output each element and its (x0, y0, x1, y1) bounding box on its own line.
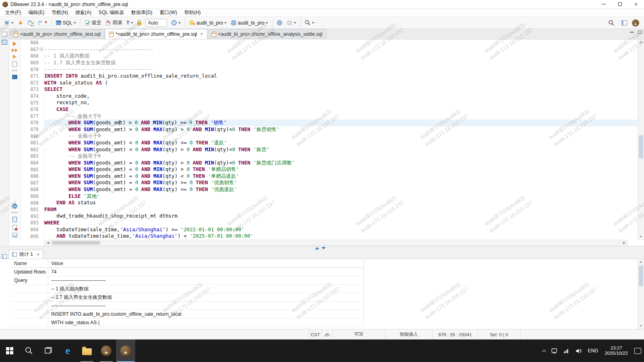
status-segment[interactable]: Sel: 0 | 0 (477, 329, 520, 339)
taskbar-clock[interactable]: 23:27 2025/10/22 (601, 339, 632, 362)
code-line[interactable]: store_code, (44, 93, 638, 100)
status-segment[interactable]: zh (321, 329, 332, 339)
code-line[interactable]: ------------------------------------ (44, 46, 638, 53)
close-button[interactable]: × (628, 0, 644, 8)
connection-selector[interactable]: audit_bi_pro (188, 18, 228, 28)
action-center-button[interactable] (632, 339, 644, 362)
code-line[interactable]: -- 金额小于0 (44, 133, 638, 140)
code-line[interactable]: CASE (44, 106, 638, 113)
minimize-panel-icon[interactable] (322, 247, 326, 249)
more-actions-icon[interactable]: ••• (12, 70, 18, 72)
code-line[interactable]: toDateTime(sale_time,'Asia/Shanghai') >=… (44, 226, 638, 233)
scroll-up-icon[interactable]: ▲ (638, 259, 644, 265)
code-line[interactable]: FROM (44, 206, 638, 213)
rollback-button[interactable]: 回滚 (104, 18, 124, 28)
tray-device-icon[interactable] (548, 339, 560, 362)
database-selector[interactable]: audit_bi_pro (229, 18, 270, 28)
code-line[interactable]: INSERT INTO audit_bi_pro.custom_offline_… (44, 73, 638, 80)
settings-gear-icon[interactable] (12, 204, 17, 209)
code-line[interactable]: WHEN SUM(goods_amt) = 0 AND MIN(qty) > 0… (44, 166, 638, 173)
code-line[interactable]: -- 金额大于0 (44, 113, 638, 120)
code-line[interactable]: WHEN SUM(goods_amt) < 0 AND MAX(qty) > 0… (44, 146, 638, 153)
dbeaver-task-button-active[interactable] (116, 339, 135, 362)
status-segment[interactable]: 878 : 26 : 29341 (432, 329, 477, 339)
tab-statistics[interactable]: 统计 1 × (8, 250, 43, 259)
scroll-right-icon[interactable]: ▶ (621, 241, 627, 245)
scroll-left-icon[interactable]: ◀ (45, 241, 51, 245)
maximize-panel-icon[interactable] (315, 247, 319, 249)
column-header-value[interactable]: Value (48, 259, 364, 267)
execute-script-icon[interactable] (12, 49, 18, 52)
volume-icon[interactable] (572, 339, 585, 362)
scroll-down-icon[interactable]: ▼ (638, 323, 644, 329)
code-line[interactable]: SELECT (44, 86, 638, 93)
results-vertical-scrollbar[interactable]: ▲ ▼ (638, 259, 644, 329)
language-indicator[interactable]: ENG (585, 339, 601, 362)
maximize-editor-icon[interactable] (638, 31, 642, 34)
code-line[interactable]: -- 1 插入国内数据 (44, 53, 638, 60)
code-line[interactable]: ELSE '其他' (44, 193, 638, 200)
scroll-down-icon[interactable]: ▼ (638, 234, 644, 240)
editor-tab[interactable]: *<audit_bi_pro> zhumr_offline_pre.sql× (105, 29, 207, 39)
code-line[interactable]: AND toDateTime(sale_time,'Asia/Shanghai'… (44, 233, 638, 240)
table-row[interactable]: WITH sale_status AS ( (11, 319, 364, 327)
code-line[interactable]: WHEN SUM(goods_amt) = 0 AND MAX(qty) <= … (44, 186, 638, 193)
table-row[interactable]: Updated Rows74 (11, 268, 364, 276)
new-connection-button[interactable] (2, 18, 15, 28)
file-explorer-button[interactable] (77, 339, 97, 362)
editor-tab[interactable]: <audit_bi_pro> zhumr_offline_test.sql (10, 29, 105, 39)
fold-collapse-icon[interactable]: − (39, 47, 43, 51)
menu-item[interactable]: 编辑(E) (25, 8, 48, 17)
transaction-mode-button[interactable]: T (125, 18, 135, 28)
menu-item[interactable]: 数据库(D) (128, 8, 156, 17)
restore-view-icon[interactable] (2, 32, 7, 37)
menu-item[interactable]: 帮助(H) (181, 8, 204, 17)
code-line[interactable]: WHEN SUM(goods_amt) > 0 AND MIN(qty) >= … (44, 119, 638, 126)
network-icon[interactable] (560, 339, 572, 362)
grid-output-icon[interactable] (12, 233, 17, 237)
refresh-timer-button[interactable] (169, 18, 182, 28)
taskbar-search-button[interactable] (19, 339, 39, 362)
quick-search-button[interactable] (607, 18, 616, 28)
sql-console-icon[interactable]: >_ (12, 75, 17, 79)
code-line[interactable]: -- 1.7 插入男生女生换货数据 (44, 60, 638, 66)
code-line[interactable]: receipt_no, (44, 99, 638, 106)
execute-new-tab-icon[interactable] (13, 55, 17, 59)
scrollbar-thumb[interactable] (639, 265, 643, 286)
execute-statement-icon[interactable] (13, 42, 17, 46)
code-line[interactable] (44, 39, 638, 46)
code-line[interactable]: WHEN SUM(goods_amt) = 0 AND MIN(qty) >= … (44, 179, 638, 186)
code-line[interactable]: ------------------------------------ (44, 66, 638, 73)
scrollbar-thumb[interactable] (639, 135, 643, 158)
minimize-button[interactable] (596, 0, 612, 8)
menu-item[interactable]: 导航(N) (48, 8, 72, 17)
commit-mode-combo[interactable]: Auto (144, 18, 169, 28)
editor-vertical-scrollbar[interactable]: ▲ ▼ (638, 39, 644, 240)
code-line[interactable]: WHEN SUM(goods_amt) < 0 AND MAX(qty) <= … (44, 140, 638, 146)
task-view-button[interactable] (39, 339, 58, 362)
code-line[interactable]: -- 金额等于0 (44, 153, 638, 160)
lock-button[interactable] (136, 18, 143, 28)
status-segment[interactable]: 可写 (332, 329, 385, 339)
code-line[interactable]: WITH sale_status AS ( (44, 80, 638, 86)
code-line[interactable]: WHERE (44, 220, 638, 226)
catalog-selector[interactable] (285, 18, 298, 28)
close-tab-icon[interactable]: × (200, 31, 203, 37)
unsaved-changes-icon[interactable]: * (36, 18, 49, 28)
refresh-connection-icon[interactable] (26, 18, 35, 28)
close-tab-icon[interactable]: × (37, 252, 39, 257)
menu-item[interactable]: 文件(F) (2, 8, 25, 17)
panel-splitter[interactable] (0, 246, 644, 250)
table-row[interactable]: Query---------------------------------- (11, 276, 364, 285)
dbeaver-logo-icon[interactable] (632, 19, 639, 27)
minimize-editor-icon[interactable] (630, 32, 634, 33)
code-line[interactable]: END AS status (44, 200, 638, 206)
status-segment[interactable]: CST (309, 329, 321, 339)
editor-horizontal-scrollbar[interactable]: ◀ ▶ (44, 240, 628, 246)
table-row[interactable]: -- 1 插入国内数据 (11, 285, 364, 293)
menu-item[interactable]: 搜索(A) (72, 8, 95, 17)
code-line[interactable]: WHEN SUM(goods_amt) = 0 AND MAX(qty) < 0… (44, 173, 638, 180)
dbeaver-task-button[interactable] (97, 339, 116, 362)
start-button[interactable] (0, 339, 19, 362)
maximize-button[interactable] (612, 0, 628, 8)
